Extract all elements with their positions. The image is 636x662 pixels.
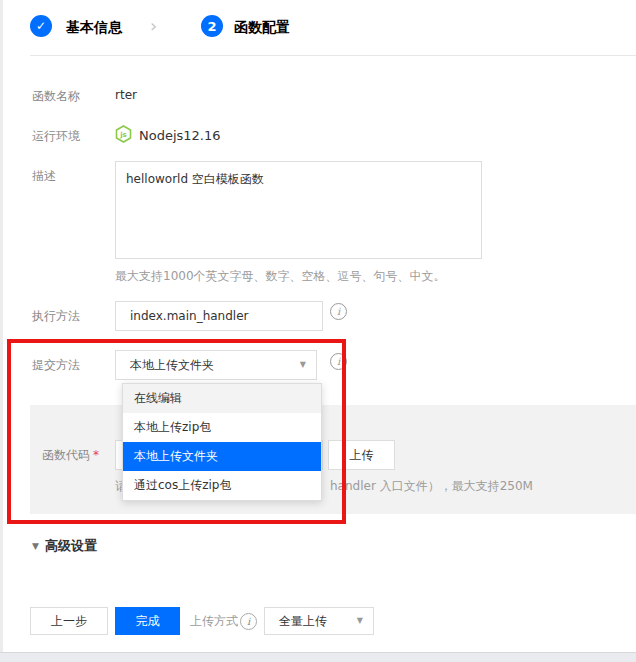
page-bottom-edge <box>0 652 636 662</box>
submit-method-select[interactable]: 本地上传文件夹 ▼ <box>115 350 317 380</box>
step1-circle: ✓ <box>30 15 52 37</box>
submit-method-dropdown: 在线编辑 本地上传zip包 本地上传文件夹 通过cos上传zip包 <box>122 383 322 501</box>
advanced-settings-toggle[interactable]: ▼ 高级设置 <box>32 537 97 555</box>
runtime-value: Nodejs12.16 <box>139 128 221 143</box>
triangle-down-icon: ▼ <box>32 541 39 551</box>
stepper-step1[interactable]: ✓ <box>30 15 52 37</box>
upload-mode: 上传方式 i <box>190 607 257 635</box>
upload-mode-label: 上传方式 <box>190 613 238 630</box>
upload-button[interactable]: 上传 <box>328 440 395 470</box>
header-divider <box>30 55 636 56</box>
stepper-step2: 2 <box>201 15 223 37</box>
function-code-label: 函数代码* <box>42 447 99 464</box>
required-asterisk: * <box>93 448 99 462</box>
dropdown-option-cos-zip[interactable]: 通过cos上传zip包 <box>123 471 321 500</box>
advanced-settings-label: 高级设置 <box>45 537 97 555</box>
dropdown-option-upload-folder[interactable]: 本地上传文件夹 <box>123 442 321 471</box>
handler-input[interactable]: index.main_handler <box>115 301 323 331</box>
stepper-step1-label[interactable]: 基本信息 <box>66 19 122 37</box>
handler-info-icon[interactable]: i <box>330 303 347 320</box>
caret-down-icon: ▼ <box>357 608 363 634</box>
function-code-hint-right: handler 入口文件），最大支持250M <box>330 478 533 495</box>
prev-step-button[interactable]: 上一步 <box>30 607 108 635</box>
finish-button[interactable]: 完成 <box>115 607 180 635</box>
submit-method-value: 本地上传文件夹 <box>130 358 214 372</box>
step2-circle: 2 <box>201 15 223 37</box>
submit-method-label: 提交方法 <box>32 357 80 374</box>
handler-label: 执行方法 <box>32 308 80 325</box>
svg-text:js: js <box>119 131 127 139</box>
page-left-edge <box>0 0 3 662</box>
check-icon: ✓ <box>36 19 46 33</box>
nodejs-icon: js <box>115 125 132 143</box>
upload-mode-value: 全量上传 <box>279 614 327 628</box>
function-name-label: 函数名称 <box>32 88 80 105</box>
function-name-value: rter <box>115 88 137 102</box>
upload-mode-select[interactable]: 全量上传 ▼ <box>264 607 374 635</box>
description-textarea[interactable]: helloworld 空白模板函数 <box>115 161 482 259</box>
caret-down-icon: ▼ <box>300 351 306 379</box>
description-hint: 最大支持1000个英文字母、数字、空格、逗号、句号、中文。 <box>115 268 446 285</box>
description-label: 描述 <box>32 168 56 185</box>
dropdown-option-upload-zip[interactable]: 本地上传zip包 <box>123 413 321 442</box>
upload-mode-info-icon[interactable]: i <box>240 613 257 630</box>
submit-method-info-icon[interactable]: i <box>330 353 347 370</box>
stepper-step2-label: 函数配置 <box>234 19 290 37</box>
step2-number: 2 <box>207 19 216 34</box>
runtime-label: 运行环境 <box>32 128 80 145</box>
dropdown-option-online-edit[interactable]: 在线编辑 <box>123 384 321 413</box>
chevron-right-icon: › <box>150 17 157 35</box>
